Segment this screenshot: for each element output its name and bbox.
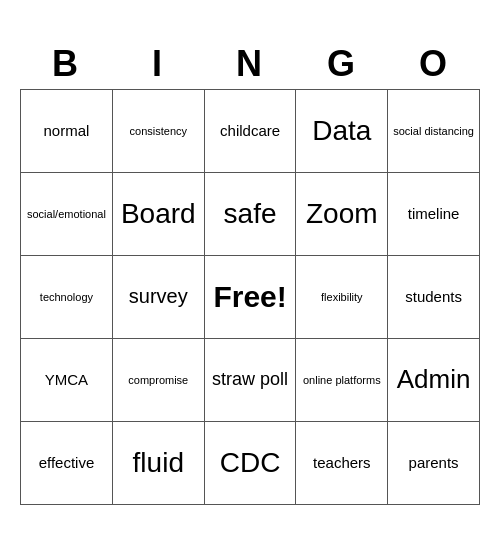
table-row: social/emotionalBoardsafeZoomtimeline [21, 172, 480, 255]
bingo-grid: normalconsistencychildcareDatasocial dis… [20, 89, 480, 505]
header-letter: O [388, 39, 480, 89]
bingo-cell: online platforms [296, 338, 388, 421]
header-letter: N [204, 39, 296, 89]
bingo-cell: normal [21, 89, 113, 172]
bingo-cell: Data [296, 89, 388, 172]
bingo-cell: parents [388, 421, 480, 504]
bingo-cell: Admin [388, 338, 480, 421]
bingo-cell: effective [21, 421, 113, 504]
bingo-cell: Zoom [296, 172, 388, 255]
bingo-card: BINGO normalconsistencychildcareDatasoci… [20, 39, 480, 505]
bingo-cell: straw poll [204, 338, 296, 421]
bingo-cell: social/emotional [21, 172, 113, 255]
bingo-cell: YMCA [21, 338, 113, 421]
bingo-cell: consistency [112, 89, 204, 172]
header-letter: I [112, 39, 204, 89]
bingo-cell: compromise [112, 338, 204, 421]
table-row: technologysurveyFree!flexibilitystudents [21, 255, 480, 338]
header-letter: B [20, 39, 112, 89]
bingo-cell: fluid [112, 421, 204, 504]
bingo-cell: safe [204, 172, 296, 255]
table-row: YMCAcompromisestraw pollonline platforms… [21, 338, 480, 421]
table-row: normalconsistencychildcareDatasocial dis… [21, 89, 480, 172]
bingo-cell: flexibility [296, 255, 388, 338]
bingo-cell: timeline [388, 172, 480, 255]
bingo-cell: Board [112, 172, 204, 255]
bingo-cell: students [388, 255, 480, 338]
bingo-cell: teachers [296, 421, 388, 504]
bingo-cell: childcare [204, 89, 296, 172]
bingo-cell: technology [21, 255, 113, 338]
bingo-cell: social distancing [388, 89, 480, 172]
bingo-cell: Free! [204, 255, 296, 338]
bingo-cell: survey [112, 255, 204, 338]
header-letter: G [296, 39, 388, 89]
bingo-header: BINGO [20, 39, 480, 89]
bingo-cell: CDC [204, 421, 296, 504]
table-row: effectivefluidCDCteachersparents [21, 421, 480, 504]
